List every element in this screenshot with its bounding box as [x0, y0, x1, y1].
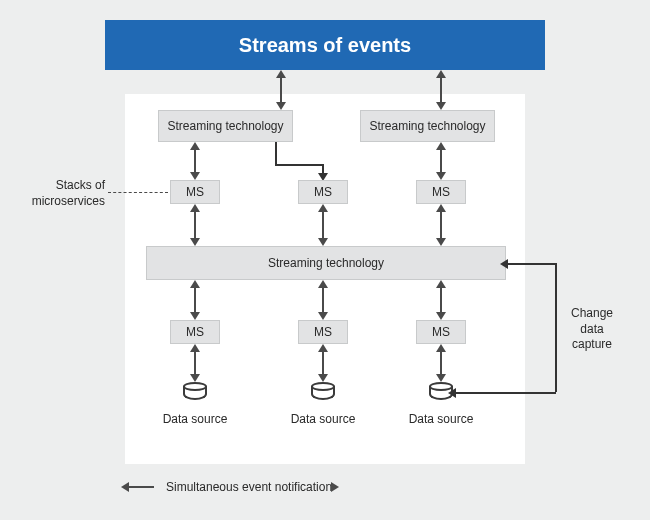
- data-source-disk-b: [311, 382, 335, 402]
- arrow-ms-a-to-mid: [194, 211, 196, 239]
- streaming-tech-top-left-label: Streaming technology: [167, 119, 283, 133]
- cdc-line-vertical: [555, 263, 557, 392]
- arrow-ms-c-to-mid: [440, 211, 442, 239]
- streaming-tech-middle: Streaming technology: [146, 246, 506, 280]
- cdc-label-line1: Change: [571, 306, 613, 320]
- streams-banner: Streams of events: [105, 20, 545, 70]
- arrow-banner-to-tech-left: [280, 77, 282, 103]
- ms-bot-b: MS: [298, 320, 348, 344]
- cdc-label-line2: data: [580, 322, 603, 336]
- data-source-label-b: Data source: [286, 412, 360, 428]
- cdc-line-to-disk: [454, 392, 556, 394]
- stacks-label-line1: Stacks of: [56, 178, 105, 192]
- ms-bot-a: MS: [170, 320, 220, 344]
- data-source-disk-a: [183, 382, 207, 402]
- arrow-ms-b-to-mid: [322, 211, 324, 239]
- cdc-label: Change data capture: [562, 306, 622, 353]
- ms-bot-a-label: MS: [186, 325, 204, 339]
- ms-bot-c: MS: [416, 320, 466, 344]
- data-source-label-a-text: Data source: [163, 412, 228, 426]
- arrow-mid-to-ms2-a: [194, 287, 196, 313]
- arrow-tech-right-to-ms-c: [440, 149, 442, 173]
- stacks-label: Stacks of microservices: [20, 178, 105, 209]
- connector-techleft-right: [275, 164, 323, 166]
- legend-text: Simultaneous event notification: [166, 480, 332, 494]
- cdc-label-line3: capture: [572, 337, 612, 351]
- ms-top-c: MS: [416, 180, 466, 204]
- legend: Simultaneous event notification: [128, 480, 332, 494]
- ms-top-b: MS: [298, 180, 348, 204]
- cdc-arrow-to-middle: [500, 259, 508, 269]
- ms-top-a: MS: [170, 180, 220, 204]
- stacks-connector: [108, 192, 168, 193]
- ms-top-a-label: MS: [186, 185, 204, 199]
- ms-bot-b-label: MS: [314, 325, 332, 339]
- arrow-banner-to-tech-right: [440, 77, 442, 103]
- streaming-tech-top-right-label: Streaming technology: [369, 119, 485, 133]
- streaming-tech-middle-label: Streaming technology: [268, 256, 384, 270]
- streaming-tech-top-left: Streaming technology: [158, 110, 293, 142]
- cdc-arrow-to-disk: [448, 388, 456, 398]
- arrow-ms2-b-to-disk: [322, 351, 324, 375]
- data-source-label-c: Data source: [404, 412, 478, 428]
- ms-top-c-label: MS: [432, 185, 450, 199]
- data-source-label-a: Data source: [158, 412, 232, 428]
- arrow-tech-left-to-ms-a: [194, 149, 196, 173]
- stacks-label-line2: microservices: [32, 194, 105, 208]
- arrow-ms2-c-to-disk: [440, 351, 442, 375]
- arrow-mid-to-ms2-c: [440, 287, 442, 313]
- ms-top-b-label: MS: [314, 185, 332, 199]
- legend-arrow-icon: [128, 486, 154, 488]
- arrow-ms2-a-to-disk: [194, 351, 196, 375]
- cdc-line-to-middle: [506, 263, 556, 265]
- data-source-label-c-text: Data source: [409, 412, 474, 426]
- data-source-label-b-text: Data source: [291, 412, 356, 426]
- arrow-mid-to-ms2-b: [322, 287, 324, 313]
- connector-techleft-down: [275, 142, 277, 164]
- ms-bot-c-label: MS: [432, 325, 450, 339]
- streaming-tech-top-right: Streaming technology: [360, 110, 495, 142]
- streams-banner-title: Streams of events: [239, 34, 411, 57]
